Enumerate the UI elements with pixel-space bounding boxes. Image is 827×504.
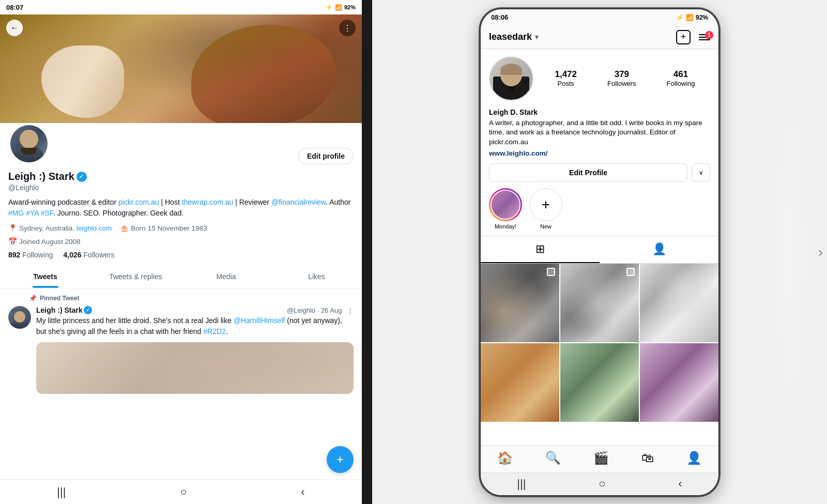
thewrap-link[interactable]: thewrap.com.au (182, 198, 234, 206)
more-button[interactable]: ⋮ (339, 20, 356, 36)
ig-stats-row: 1,472 Posts 379 Followers 461 Following (489, 56, 710, 101)
avatar-edit-row: Edit profile (8, 123, 354, 164)
photo-cell-2[interactable] (560, 264, 639, 342)
ig-followers-count: 379 (615, 69, 629, 80)
instagram-time: 08:06 (491, 13, 508, 21)
r2d2-hashtag: #R2D2 (203, 327, 226, 335)
back-icon: ← (10, 23, 19, 33)
ig-bio-text: A writer, a photographer, and a little b… (489, 118, 710, 148)
ig-nav-android-back[interactable]: ‹ (678, 477, 682, 491)
wifi-icon: 📶 (686, 14, 694, 21)
photo-bg-5 (560, 343, 639, 422)
twitter-profile-section: Edit profile Leigh :) Stark ✓ @Leighlo A… (0, 123, 362, 288)
tab-tweets[interactable]: Tweets (0, 265, 90, 288)
tweet-body: Leigh :) Stark ✓ @Leighlo · 26 Aug ⋮ My … (36, 306, 354, 394)
photo-cell-4[interactable] (481, 343, 559, 422)
ig-tab-tagged[interactable]: 👤 (600, 236, 718, 263)
followers-stat[interactable]: 4,026 Followers (64, 251, 115, 259)
story-monday-ring (489, 188, 522, 221)
compose-button[interactable]: + (327, 446, 354, 473)
signal-icon: 📶 (335, 4, 342, 11)
tweet-date: 26 Aug (321, 307, 342, 314)
following-count: 892 (8, 251, 20, 259)
edit-profile-button[interactable]: Edit profile (298, 148, 354, 164)
calendar-icon: 📅 (8, 237, 17, 246)
nav-home[interactable]: ○ (180, 485, 187, 499)
birthday-text: Born 15 November 1983 (131, 224, 207, 232)
hashtag-ya: #YA (26, 209, 39, 217)
ig-add-button[interactable]: + (676, 30, 691, 44)
story-new[interactable]: + New (529, 188, 562, 230)
ig-website-link[interactable]: www.leighlo.com/ (489, 149, 710, 157)
ig-add-icon: + (681, 32, 686, 42)
tweet-handle: @Leighlo (287, 307, 315, 314)
ig-followers-stat[interactable]: 379 Followers (607, 69, 636, 87)
ig-edit-profile-button[interactable]: Edit Profile (489, 163, 687, 182)
hashtag-sf: #SF (41, 209, 53, 217)
ig-tab-grid[interactable]: ⊞ (481, 236, 600, 263)
following-stat[interactable]: 892 Following (8, 251, 53, 259)
tweet-meta-info: @Leighlo · 26 Aug ⋮ (287, 307, 354, 314)
twitter-meta: 📍 Sydney, Australia. leighlo.com 🎂 Born … (8, 224, 354, 232)
ig-bio-section: Leigh D. Stark A writer, a photographer,… (481, 108, 718, 164)
story-new-button[interactable]: + (529, 188, 562, 221)
ig-nav-home[interactable]: 🏠 (497, 451, 513, 465)
ig-bottom-nav: 🏠 🔍 🎬 🛍 👤 (481, 445, 718, 472)
tweet-author-name: Leigh :) Stark (36, 306, 82, 314)
pinned-text: Pinned Tweet (40, 295, 79, 302)
photo-stack-icon-2 (625, 267, 636, 277)
tab-tweets-replies[interactable]: Tweets & replies (90, 265, 181, 288)
tab-likes[interactable]: Likes (271, 265, 362, 288)
instagram-phone-container: 08:06 ⚡ 📶 92% leasedark ▾ + (372, 0, 827, 504)
pinned-tweet: Leigh :) Stark ✓ @Leighlo · 26 Aug ⋮ My … (8, 306, 354, 394)
nav-recents[interactable]: ||| (57, 485, 66, 499)
photo-cell-6[interactable] (640, 343, 718, 422)
photo-cell-3[interactable] (640, 264, 718, 342)
avatar-face (10, 125, 48, 162)
ig-nav-recents[interactable]: ||| (517, 477, 526, 491)
nav-back[interactable]: ‹ (301, 485, 304, 499)
photo-cell-1[interactable] (481, 264, 559, 342)
ig-nav-android-home[interactable]: ○ (599, 477, 605, 491)
ig-nav-search[interactable]: 🔍 (545, 451, 561, 465)
website-link[interactable]: leighlo.com (76, 224, 112, 232)
tweet-avatar-head (14, 311, 25, 323)
location-text: Sydney, Australia. (19, 224, 74, 232)
ig-battery-icon: 92% (696, 14, 708, 21)
tab-media[interactable]: Media (181, 265, 271, 288)
notification-badge: 1 (705, 31, 713, 39)
tweet-verified: ✓ (84, 306, 92, 314)
ig-nav-profile[interactable]: 👤 (686, 451, 702, 465)
pickr-link[interactable]: pickr.com.au (118, 198, 159, 206)
photo-bg-4 (481, 343, 559, 422)
ig-following-stat[interactable]: 461 Following (667, 69, 695, 87)
android-nav-left: ||| ○ ‹ (0, 479, 362, 504)
photo-stack-icon-1 (546, 267, 556, 277)
following-label: Following (22, 251, 53, 259)
tweet-img-content (36, 342, 354, 394)
back-button[interactable]: ← (6, 20, 23, 36)
hamill-mention[interactable]: @HamillHimself (234, 316, 285, 325)
tweet-author: Leigh :) Stark ✓ (36, 306, 92, 314)
bluetooth-icon: ⚡ (326, 4, 333, 11)
tweet-more-icon[interactable]: ⋮ (347, 307, 354, 314)
location-icon: 📍 (8, 224, 17, 232)
tweet-avatar-face (8, 306, 31, 329)
twitter-joined: 📅 Joined August 2008 (8, 237, 354, 246)
ig-dropdown-button[interactable]: ∨ (692, 163, 710, 182)
story-monday[interactable]: Monday! (489, 188, 522, 230)
ig-menu-button[interactable]: 1 (699, 34, 710, 40)
compose-icon: + (336, 452, 344, 467)
ig-nav-shop[interactable]: 🛍 (641, 451, 654, 465)
followers-count: 4,026 (64, 251, 82, 259)
ig-actions-row: Edit Profile ∨ (481, 163, 718, 188)
financial-review-link[interactable]: @financialreview (271, 198, 326, 206)
ig-nav-reels[interactable]: 🎬 (593, 451, 609, 465)
ig-username-chevron[interactable]: ▾ (535, 33, 539, 41)
baby-shape (41, 45, 124, 118)
photo-cell-5[interactable] (560, 343, 639, 422)
right-chevron[interactable]: › (818, 244, 823, 261)
ig-header-actions: + 1 (676, 30, 710, 44)
ig-stats: 1,472 Posts 379 Followers 461 Following (540, 69, 710, 87)
bt-icon: ⚡ (676, 14, 684, 21)
